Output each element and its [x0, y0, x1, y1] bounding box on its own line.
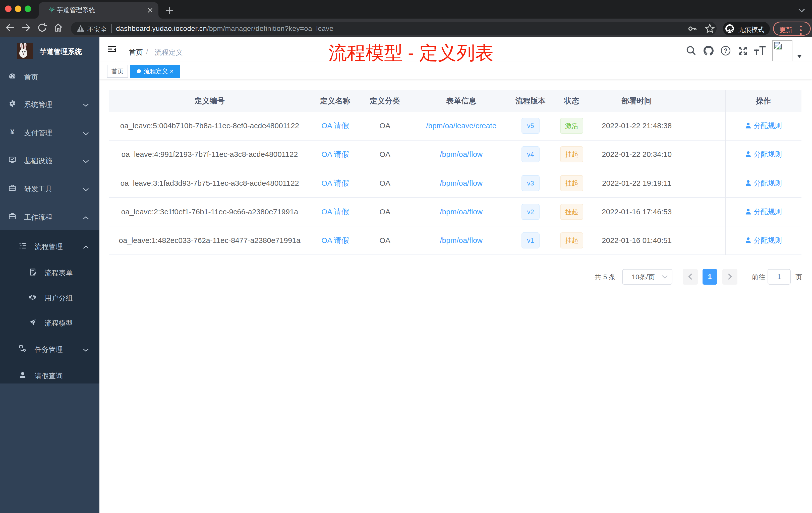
svg-text:¥: ¥	[10, 128, 14, 136]
